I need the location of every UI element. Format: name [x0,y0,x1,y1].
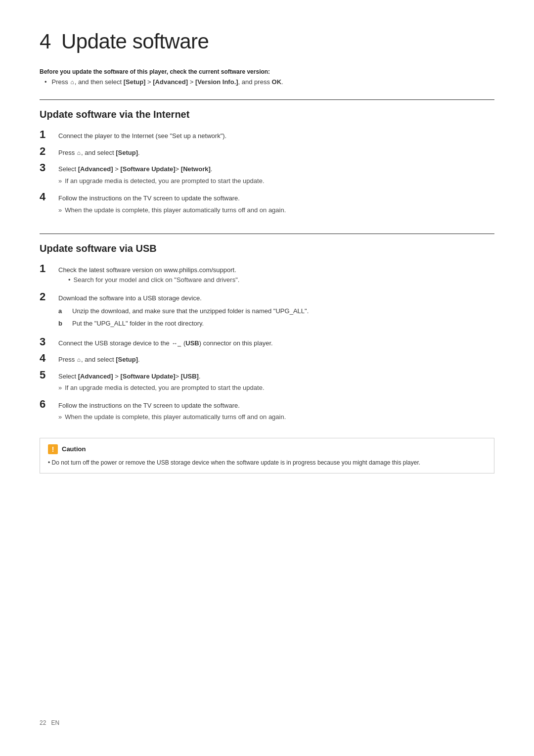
usb-icon: ↔⎯ [172,339,181,348]
section-divider-internet [40,99,494,100]
step-4-content: Follow the instructions on the TV screen… [58,193,494,216]
page-language: EN [51,719,59,726]
alpha-label-b: b [58,319,72,329]
usb-step-1-bullet: Search for your model and click on "Soft… [68,275,494,285]
chapter-title-text: Update software [61,30,209,53]
usb-step-number-1: 1 [40,263,58,274]
page-footer: 22 EN [40,719,59,726]
step-2-content: Press ⌂, and select [Setup]. [58,148,494,158]
caution-bullet: • [48,459,52,466]
home-icon-usb4: ⌂ [77,355,81,364]
caution-box: ! Caution • Do not turn off the power or… [40,438,494,473]
internet-steps: 1 Connect the player to the Internet (se… [40,129,494,216]
internet-step-4: 4 Follow the instructions on the TV scre… [40,191,494,216]
caution-header: ! Caution [48,444,486,454]
usb-step-5: 5 Select [Advanced] > [Software Update]>… [40,370,494,394]
section-internet: Update software via the Internet 1 Conne… [40,99,494,216]
bullet-dot: • [44,78,47,86]
usb-step-1: 1 Check the latest software version on w… [40,263,494,286]
section-divider-usb [40,234,494,234]
alpha-label-a: a [58,306,72,316]
caution-text-content: Do not turn off the power or remove the … [52,459,421,466]
usb-step-number-3: 3 [40,336,58,347]
prereq-section: Before you update the software of this p… [40,68,494,86]
caution-title: Caution [62,445,86,453]
usb-step-5-content: Select [Advanced] > [Software Update]> [… [58,372,494,394]
step-3-sub-1: If an upgrade media is detected, you are… [58,176,494,186]
usb-step-5-sub-1: If an upgrade media is detected, you are… [58,383,494,393]
usb-step-6-sub-1: When the update is complete, this player… [58,412,494,422]
usb-step-2b: b Put the "UPG_ALL" folder in the root d… [58,319,494,329]
usb-step-6-sub: When the update is complete, this player… [58,412,494,422]
usb-step-4: 4 Press ⌂, and select [Setup]. [40,353,494,365]
internet-step-3: 3 Select [Advanced] > [Software Update]>… [40,162,494,187]
usb-step-number-2: 2 [40,291,58,302]
usb-step-number-4: 4 [40,353,58,364]
step-4-sub-1: When the update is complete, this player… [58,205,494,215]
chapter-title: 4 Update software [40,30,494,53]
usb-step-number-5: 5 [40,370,58,380]
step-3-sub: If an upgrade media is detected, you are… [58,176,494,186]
step-1-content: Connect the player to the Internet (see … [58,131,494,141]
step-3-content: Select [Advanced] > [Software Update]> [… [58,164,494,187]
section-internet-title: Update software via the Internet [40,109,494,120]
internet-step-2: 2 Press ⌂, and select [Setup]. [40,146,494,158]
usb-step-2a: a Unzip the download, and make sure that… [58,306,494,316]
step-number-3: 3 [40,162,58,173]
usb-step-4-content: Press ⌂, and select [Setup]. [58,355,494,365]
section-usb-title: Update software via USB [40,243,494,254]
page-number: 22 [40,719,46,726]
usb-step-6: 6 Follow the instructions on the TV scre… [40,399,494,423]
usb-step-3-content: Connect the USB storage device to the ↔⎯… [58,338,494,348]
internet-step-1: 1 Connect the player to the Internet (se… [40,129,494,141]
prereq-text: Press ⌂, and then select [Setup] > [Adva… [52,78,283,86]
caution-text: • Do not turn off the power or remove th… [48,458,486,467]
usb-step-5-sub: If an upgrade media is detected, you are… [58,383,494,393]
alpha-content-a: Unzip the download, and make sure that t… [72,306,494,316]
usb-step-number-6: 6 [40,399,58,410]
step-number-4: 4 [40,191,58,202]
caution-icon: ! [48,444,58,454]
alpha-content-b: Put the "UPG_ALL" folder in the root dir… [72,319,494,329]
home-icon: ⌂ [70,79,74,86]
usb-step-2-content: Download the software into a USB storage… [58,293,494,331]
prereq-item: • Press ⌂, and then select [Setup] > [Ad… [40,78,494,86]
chapter-number: 4 [40,30,51,53]
step-number-2: 2 [40,146,58,157]
usb-step-2: 2 Download the software into a USB stora… [40,291,494,331]
usb-steps: 1 Check the latest software version on w… [40,263,494,423]
section-usb: Update software via USB 1 Check the late… [40,234,494,473]
home-icon-2: ⌂ [77,148,81,157]
usb-step-1-content: Check the latest software version on www… [58,265,494,286]
usb-step-3: 3 Connect the USB storage device to the … [40,336,494,348]
usb-step-2-alpha: a Unzip the download, and make sure that… [58,306,494,329]
step-number-1: 1 [40,129,58,140]
usb-step-6-content: Follow the instructions on the TV screen… [58,401,494,423]
step-4-sub: When the update is complete, this player… [58,205,494,215]
prereq-label: Before you update the software of this p… [40,68,494,75]
